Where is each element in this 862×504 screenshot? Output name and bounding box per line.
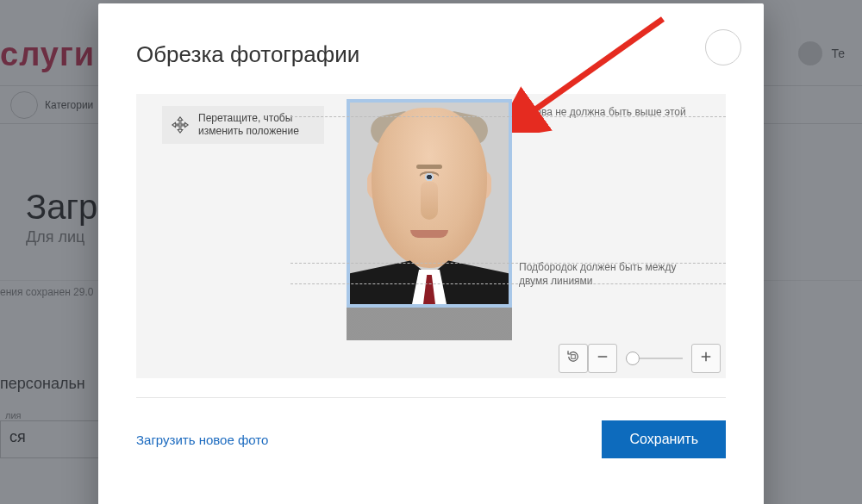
drag-hint-text: Перетащите, чтобы изменить положение	[198, 112, 315, 138]
svg-rect-0	[572, 355, 576, 359]
upload-new-photo-link[interactable]: Загрузить новое фото	[136, 432, 268, 447]
guideline-chin-caption: Подбородок должен быть между двумя линия…	[519, 261, 700, 288]
save-button[interactable]: Сохранить	[602, 420, 726, 458]
portrait-face	[372, 108, 487, 268]
plus-icon	[698, 349, 714, 368]
zoom-slider-handle[interactable]	[626, 352, 640, 365]
modal-separator	[136, 397, 726, 398]
crop-toolbar	[557, 342, 722, 375]
zoom-slider[interactable]	[626, 356, 683, 361]
crop-photo-modal: Обрезка фотографии Перетащите, чтобы изм…	[98, 3, 764, 504]
rotate-icon	[565, 349, 581, 368]
crop-panel: Перетащите, чтобы изменить положение	[136, 94, 726, 378]
zoom-in-button[interactable]	[691, 344, 721, 373]
minus-icon	[595, 349, 610, 368]
drag-hint: Перетащите, чтобы изменить положение	[162, 106, 324, 144]
move-icon	[171, 115, 190, 134]
photo-stage[interactable]	[347, 99, 512, 375]
guideline-head-caption: Голова не должна быть выше этой линии	[519, 106, 700, 133]
close-button[interactable]	[705, 29, 741, 65]
rotate-button[interactable]	[559, 344, 588, 373]
crop-box[interactable]	[347, 99, 512, 308]
zoom-out-button[interactable]	[588, 344, 617, 373]
modal-actions: Загрузить новое фото Сохранить	[136, 420, 726, 458]
modal-title: Обрезка фотографии	[136, 41, 726, 68]
